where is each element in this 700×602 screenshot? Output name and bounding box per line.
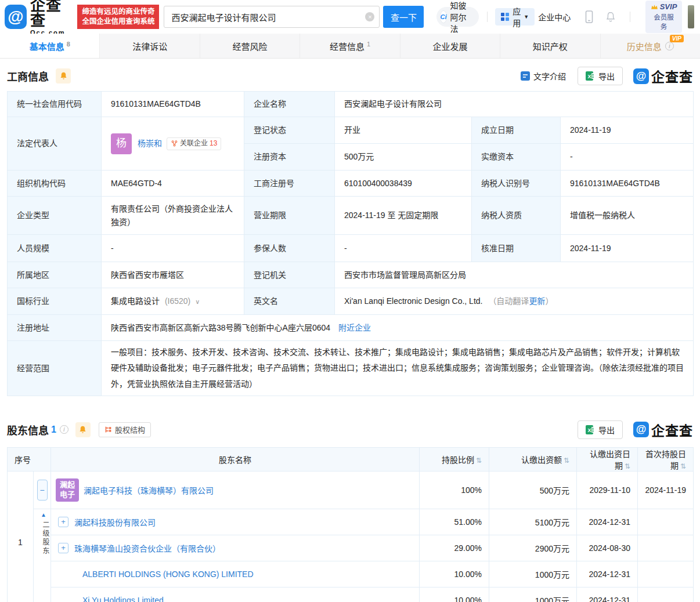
- shareholder-name-link[interactable]: 澜起电子科技（珠海横琴）有限公司: [84, 484, 214, 496]
- excel-icon: X: [586, 425, 595, 434]
- expand-toggle[interactable]: +: [58, 543, 68, 553]
- shareholder-title: 股东信息: [7, 422, 49, 437]
- legal-rep-avatar[interactable]: 杨: [111, 133, 132, 154]
- shareholder-name-cell: + 珠海横琴渔山投资合伙企业（有限合伙）: [51, 535, 420, 561]
- field-value: MAE64GTD-4: [102, 171, 244, 197]
- shareholder-table: 序号 股东名称 持股比例⇅ 认缴出资额⇅ 认缴出资日期⇅ 首次持股日期⇅ 1 −…: [7, 447, 694, 602]
- sort-icon[interactable]: ⇅: [564, 456, 569, 465]
- apps-grid-icon: [501, 13, 509, 21]
- shareholder-logo: 澜起 电子: [56, 478, 79, 502]
- triangle-up-icon[interactable]: ▲: [41, 512, 46, 518]
- chevron-down-icon[interactable]: ∨: [195, 298, 200, 305]
- business-info-table: 统一社会信用代码 91610131MAE64GTD4B 企业名称 西安澜起电子设…: [7, 91, 694, 396]
- tab-operation-info[interactable]: 经营信息 1: [300, 34, 399, 58]
- collapse-cell: −: [34, 471, 51, 509]
- first-date-value: [638, 587, 694, 602]
- field-value: 91610131MAE64GTD4B: [561, 171, 694, 197]
- shareholder-name-link[interactable]: 澜起科技股份有限公司: [74, 516, 156, 528]
- tab-count-badge: 1: [367, 41, 370, 48]
- field-value: 西安市市场监督管理局高新区分局: [335, 262, 694, 288]
- export-button[interactable]: X 导出: [578, 67, 623, 85]
- field-value: 2024-11-19: [561, 235, 694, 262]
- related-companies-badge[interactable]: 关联企业 13: [167, 137, 221, 150]
- field-label: 成立日期: [472, 117, 561, 144]
- shareholder-name-link[interactable]: Xi Yu Holdings Limited: [82, 596, 164, 602]
- mobile-app-icon[interactable]: [584, 10, 594, 24]
- translate-update-link[interactable]: 更新: [529, 296, 545, 306]
- field-label: 法定代表人: [8, 117, 102, 171]
- svg-text:X: X: [587, 427, 591, 433]
- tab-company-development[interactable]: 企业发展: [400, 34, 500, 58]
- sort-icon[interactable]: ⇅: [625, 462, 630, 470]
- field-label: 实缴资本: [472, 144, 561, 171]
- industry-code: (I6520): [165, 296, 190, 306]
- sort-icon[interactable]: ⇅: [680, 462, 686, 470]
- subscribe-date-value: 2024-08-30: [577, 535, 638, 561]
- business-info-section-header: 工商信息 文字介绍 X 导出 @ 企查查: [7, 66, 693, 86]
- subscribe-bell-icon[interactable]: [75, 422, 91, 437]
- ratio-value: 51.00%: [420, 509, 489, 535]
- search-input[interactable]: [164, 6, 380, 28]
- expand-toggle[interactable]: +: [58, 517, 68, 527]
- info-icon[interactable]: i: [665, 42, 674, 50]
- shareholder-name-link[interactable]: ALBERTI HOLDINGS (HONG KONG) LIMITED: [82, 570, 254, 579]
- info-icon[interactable]: i: [60, 425, 68, 434]
- svip-member-link[interactable]: SVIP 会员服务: [645, 1, 683, 33]
- field-label: 经营范围: [8, 341, 102, 396]
- field-label: 组织机构代码: [8, 171, 102, 197]
- tab-basic-info[interactable]: 基本信息 8: [0, 34, 99, 58]
- shareholder-row: ALBERTI HOLDINGS (HONG KONG) LIMITED 10.…: [8, 561, 694, 587]
- nearby-companies-link[interactable]: 附近企业: [338, 323, 371, 332]
- tab-legal-proceedings[interactable]: 法律诉讼: [99, 34, 199, 58]
- search-button[interactable]: 查一下: [383, 6, 424, 28]
- apps-menu[interactable]: 应用 ▼: [495, 8, 535, 26]
- text-intro-link[interactable]: 文字介绍: [521, 70, 566, 82]
- divider: [630, 12, 630, 22]
- field-label: 登记机关: [244, 262, 335, 288]
- field-label: 国标行业: [8, 288, 102, 315]
- tab-intellectual-property[interactable]: 知识产权: [500, 34, 600, 58]
- field-label: 英文名: [244, 288, 335, 315]
- svg-text:X: X: [587, 74, 591, 79]
- column-header-subscribe-date: 认缴出资日期⇅: [577, 447, 638, 471]
- vip-tag: VIP: [670, 35, 684, 42]
- equity-structure-button[interactable]: 股权结构: [99, 422, 151, 437]
- column-header-first-date: 首次持股日期⇅: [638, 447, 694, 471]
- tab-operation-risk[interactable]: 经营风险: [200, 34, 300, 58]
- ratio-value: 10.00%: [420, 587, 489, 602]
- qcc-logo[interactable]: @ 企查查 Qcc.com: [5, 0, 73, 36]
- column-header-seq: 序号: [8, 447, 51, 471]
- collapse-toggle[interactable]: −: [37, 480, 48, 501]
- notification-bell-icon[interactable]: [605, 10, 616, 23]
- subscribe-date-value: 2024-12-31: [577, 561, 638, 587]
- field-value: -: [335, 235, 472, 262]
- qcc-logo-icon: @: [5, 5, 27, 29]
- subscribe-bell-icon[interactable]: [56, 68, 71, 84]
- enterprise-center-link[interactable]: 企业中心: [538, 11, 571, 23]
- field-label: 登记状态: [244, 117, 335, 144]
- legal-rep-link[interactable]: 杨崇和: [138, 139, 162, 148]
- excel-icon: X: [586, 71, 595, 81]
- tab-history-info[interactable]: VIP 历史信息 i: [600, 34, 700, 58]
- shareholder-name-link[interactable]: 珠海横琴渔山投资合伙企业（有限合伙）: [74, 542, 221, 554]
- crown-icon: [651, 4, 658, 10]
- zhibi-alpha-link[interactable]: Ci 知彼阿尔法: [436, 7, 478, 27]
- zhibi-alpha-icon: Ci: [440, 10, 446, 23]
- export-button[interactable]: X 导出: [578, 420, 623, 439]
- search-box: ×: [164, 6, 380, 28]
- shareholder-row: 1 − 澜起 电子 澜起电子科技（珠海横琴）有限公司 100% 500万元 20…: [8, 471, 694, 509]
- top-header: @ 企查查 Qcc.com 缔造有远见的商业传奇 全国企业信用查询系统 × 查一…: [0, 0, 700, 34]
- user-avatar[interactable]: [688, 5, 694, 28]
- subscribe-date-value: 2024-12-31: [577, 587, 638, 602]
- qcc-watermark-logo: @ 企查查: [633, 420, 693, 440]
- business-scope-cell: 一般项目：技术服务、技术开发、技术咨询、技术交流、技术转让、技术推广；集成电路设…: [102, 341, 694, 396]
- seq-number: 1: [8, 471, 34, 602]
- shareholder-name-cell: ALBERTI HOLDINGS (HONG KONG) LIMITED: [51, 561, 420, 587]
- shareholder-name-cell: Xi Yu Holdings Limited: [51, 587, 420, 602]
- business-info-title: 工商信息: [7, 68, 49, 84]
- column-header-amount: 认缴出资额⇅: [489, 447, 577, 471]
- field-label: 统一社会信用代码: [8, 92, 102, 117]
- sort-icon[interactable]: ⇅: [476, 456, 482, 465]
- chevron-down-icon: ▼: [524, 14, 529, 20]
- shareholder-row: Xi Yu Holdings Limited 10.00% 1000万元 202…: [8, 587, 694, 602]
